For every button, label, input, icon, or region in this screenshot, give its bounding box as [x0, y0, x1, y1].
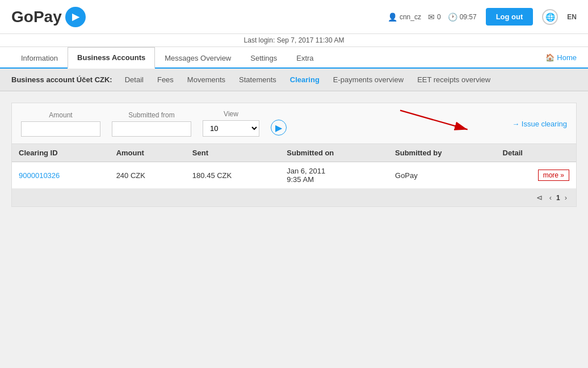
logo: GoPay ▶ [11, 7, 86, 27]
amount-input[interactable] [21, 121, 100, 137]
more-button[interactable]: more » [538, 170, 569, 181]
logo-text: GoPay [11, 8, 62, 26]
main-nav: Information Business Accounts Messages O… [0, 47, 588, 69]
tab-information[interactable]: Information [11, 48, 68, 68]
logout-button[interactable]: Log out [486, 8, 534, 26]
th-submitted-on: Submitted on [280, 144, 388, 162]
sub-nav-detail[interactable]: Detail [119, 73, 149, 86]
header: GoPay ▶ 👤 cnn_cz ✉ 0 🕐 09:57 Log out 🌐 E… [0, 0, 588, 34]
language-globe-icon[interactable]: 🌐 [542, 9, 558, 25]
pagination: ⊲ ‹ 1 › [12, 189, 576, 206]
home-link[interactable]: 🏠 Home [545, 53, 577, 62]
amount-label: Amount [21, 111, 100, 119]
cell-clearing-id: 9000010326 [12, 162, 110, 189]
pagination-first-button[interactable]: ⊲ [534, 192, 545, 203]
home-label: Home [557, 53, 577, 62]
tab-settings[interactable]: Settings [241, 48, 287, 68]
sub-nav-eet-receipts[interactable]: EET receipts overview [411, 73, 496, 86]
th-clearing-id: Clearing ID [12, 144, 110, 162]
filter-wrapper: Amount Submitted from View 10 25 50 100 … [11, 103, 577, 144]
mail-icon: ✉ [428, 12, 435, 22]
go-arrow-icon: ▶ [275, 122, 282, 133]
issue-clearing-link[interactable]: → Issue clearing [512, 119, 567, 128]
messages-count: 0 [437, 13, 441, 21]
nav-tabs-left: Information Business Accounts Messages O… [11, 47, 324, 67]
language-label[interactable]: EN [567, 13, 577, 21]
th-amount: Amount [110, 144, 186, 162]
amount-filter-group: Amount [21, 111, 100, 137]
table-header-row: Clearing ID Amount Sent Submitted on Sub… [12, 144, 576, 162]
main-content: Amount Submitted from View 10 25 50 100 … [0, 91, 588, 218]
view-select[interactable]: 10 25 50 100 [203, 120, 259, 137]
th-detail: Detail [496, 144, 576, 162]
submitted-on-date: Jan 6, 20119:35 AM [287, 167, 325, 184]
sub-nav-clearing[interactable]: Clearing [284, 73, 325, 86]
sub-nav: Business account Účet CZK: Detail Fees M… [0, 69, 588, 91]
username: cnn_cz [400, 13, 421, 21]
clearing-id-link[interactable]: 9000010326 [19, 171, 60, 180]
view-filter-group: View 10 25 50 100 [203, 110, 259, 137]
submitted-from-label: Submitted from [112, 111, 191, 119]
view-label: View [203, 110, 259, 118]
header-right: 👤 cnn_cz ✉ 0 🕐 09:57 Log out 🌐 EN [388, 8, 577, 26]
home-icon: 🏠 [545, 53, 555, 62]
sub-nav-epayments[interactable]: E-payments overview [327, 73, 409, 86]
pagination-current-page: 1 [556, 194, 560, 202]
submitted-from-filter-group: Submitted from [112, 111, 191, 137]
cell-detail: more » [496, 162, 576, 189]
tab-messages-overview[interactable]: Messages Overview [155, 48, 241, 68]
pagination-next-button[interactable]: › [562, 192, 569, 203]
table-row: 9000010326 240 CZK 180.45 CZK Jan 6, 201… [12, 162, 576, 189]
table-container: Clearing ID Amount Sent Submitted on Sub… [11, 144, 577, 207]
cell-amount: 240 CZK [110, 162, 186, 189]
cell-submitted-on: Jan 6, 20119:35 AM [280, 162, 388, 189]
filter-go-button[interactable]: ▶ [271, 120, 287, 136]
cell-submitted-by: GoPay [388, 162, 496, 189]
sub-nav-fees[interactable]: Fees [152, 73, 179, 86]
messages-item: ✉ 0 [428, 12, 441, 22]
submitted-from-input[interactable] [112, 121, 191, 137]
sub-nav-movements[interactable]: Movements [182, 73, 231, 86]
user-info: 👤 cnn_cz ✉ 0 🕐 09:57 [388, 12, 477, 22]
logo-icon: ▶ [65, 7, 86, 27]
tab-extra[interactable]: Extra [287, 48, 323, 68]
cell-sent: 180.45 CZK [186, 162, 280, 189]
login-info-text: Last login: Sep 7, 2017 11:30 AM [244, 36, 345, 44]
tab-business-accounts[interactable]: Business Accounts [68, 47, 155, 69]
pagination-prev-button[interactable]: ‹ [547, 192, 554, 203]
user-icon: 👤 [388, 12, 397, 22]
th-sent: Sent [186, 144, 280, 162]
th-submitted-by: Submitted by [388, 144, 496, 162]
clock-icon: 🕐 [448, 12, 457, 22]
sub-nav-label: Business account Účet CZK: [11, 75, 112, 84]
current-time: 09:57 [460, 13, 477, 21]
filter-box: Amount Submitted from View 10 25 50 100 … [11, 103, 577, 144]
clearing-table: Clearing ID Amount Sent Submitted on Sub… [12, 144, 576, 189]
login-info-bar: Last login: Sep 7, 2017 11:30 AM [0, 34, 588, 47]
user-item: 👤 cnn_cz [388, 12, 421, 22]
time-item: 🕐 09:57 [448, 12, 477, 22]
sub-nav-statements[interactable]: Statements [233, 73, 282, 86]
